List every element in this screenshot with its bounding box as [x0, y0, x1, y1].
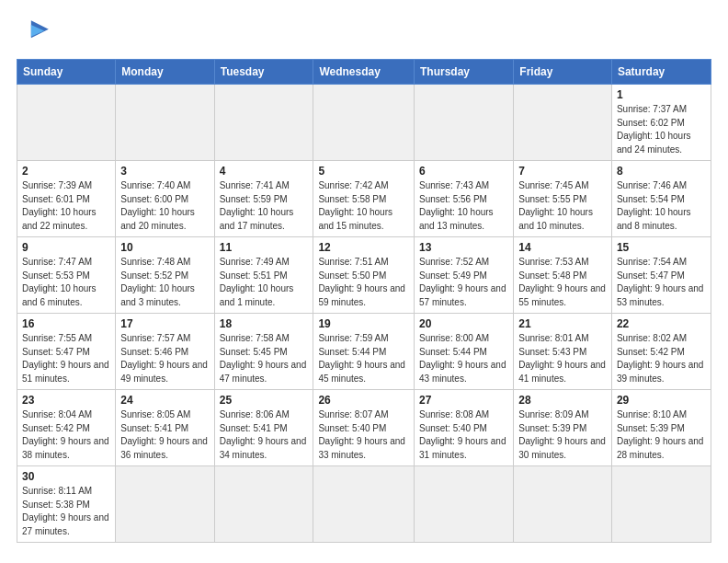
weekday-header-row: SundayMondayTuesdayWednesdayThursdayFrid…	[17, 60, 711, 85]
calendar-cell	[514, 85, 612, 161]
week-row-6: 30Sunrise: 8:11 AM Sunset: 5:38 PM Dayli…	[17, 466, 711, 543]
day-number: 29	[617, 394, 706, 407]
day-info: Sunrise: 8:04 AM Sunset: 5:42 PM Dayligh…	[22, 408, 110, 462]
calendar-cell: 26Sunrise: 8:07 AM Sunset: 5:40 PM Dayli…	[313, 390, 415, 466]
logo-icon	[17, 15, 51, 50]
weekday-header-monday: Monday	[116, 60, 214, 85]
calendar-cell: 29Sunrise: 8:10 AM Sunset: 5:39 PM Dayli…	[611, 390, 711, 466]
day-info: Sunrise: 7:42 AM Sunset: 5:58 PM Dayligh…	[318, 179, 409, 233]
calendar-cell: 13Sunrise: 7:52 AM Sunset: 5:49 PM Dayli…	[414, 237, 513, 314]
day-number: 12	[318, 241, 409, 254]
day-number: 27	[419, 394, 508, 407]
day-number: 21	[518, 317, 607, 330]
calendar-cell: 15Sunrise: 7:54 AM Sunset: 5:47 PM Dayli…	[611, 237, 711, 314]
calendar-cell: 4Sunrise: 7:41 AM Sunset: 5:59 PM Daylig…	[214, 161, 313, 237]
day-info: Sunrise: 7:49 AM Sunset: 5:51 PM Dayligh…	[220, 256, 309, 309]
day-info: Sunrise: 7:39 AM Sunset: 6:01 PM Dayligh…	[22, 179, 110, 233]
day-info: Sunrise: 8:02 AM Sunset: 5:42 PM Dayligh…	[617, 332, 706, 385]
calendar-cell	[214, 85, 313, 161]
day-number: 25	[220, 394, 309, 407]
header	[17, 15, 711, 50]
calendar-cell: 6Sunrise: 7:43 AM Sunset: 5:56 PM Daylig…	[414, 161, 513, 237]
day-info: Sunrise: 7:59 AM Sunset: 5:44 PM Dayligh…	[318, 332, 409, 385]
day-info: Sunrise: 7:46 AM Sunset: 5:54 PM Dayligh…	[617, 179, 706, 233]
day-info: Sunrise: 7:57 AM Sunset: 5:46 PM Dayligh…	[120, 332, 209, 385]
week-row-1: 1Sunrise: 7:37 AM Sunset: 6:02 PM Daylig…	[17, 85, 711, 161]
day-info: Sunrise: 7:51 AM Sunset: 5:50 PM Dayligh…	[318, 256, 409, 309]
day-info: Sunrise: 7:48 AM Sunset: 5:52 PM Dayligh…	[120, 256, 209, 309]
calendar-cell: 7Sunrise: 7:45 AM Sunset: 5:55 PM Daylig…	[514, 161, 612, 237]
day-number: 22	[617, 317, 706, 330]
calendar-cell: 24Sunrise: 8:05 AM Sunset: 5:41 PM Dayli…	[116, 390, 214, 466]
day-info: Sunrise: 8:06 AM Sunset: 5:41 PM Dayligh…	[220, 408, 309, 462]
calendar-cell	[414, 466, 513, 543]
calendar-cell: 22Sunrise: 8:02 AM Sunset: 5:42 PM Dayli…	[611, 314, 711, 390]
weekday-header-wednesday: Wednesday	[313, 60, 415, 85]
day-info: Sunrise: 7:45 AM Sunset: 5:55 PM Dayligh…	[518, 179, 607, 233]
weekday-header-sunday: Sunday	[17, 60, 116, 85]
day-info: Sunrise: 8:09 AM Sunset: 5:39 PM Dayligh…	[518, 408, 607, 462]
week-row-2: 2Sunrise: 7:39 AM Sunset: 6:01 PM Daylig…	[17, 161, 711, 237]
calendar-cell: 18Sunrise: 7:58 AM Sunset: 5:45 PM Dayli…	[214, 314, 313, 390]
day-number: 3	[120, 165, 209, 178]
day-number: 23	[22, 394, 110, 407]
day-info: Sunrise: 7:41 AM Sunset: 5:59 PM Dayligh…	[220, 179, 309, 233]
calendar-cell: 21Sunrise: 8:01 AM Sunset: 5:43 PM Dayli…	[514, 314, 612, 390]
day-info: Sunrise: 8:10 AM Sunset: 5:39 PM Dayligh…	[617, 408, 706, 462]
day-info: Sunrise: 8:07 AM Sunset: 5:40 PM Dayligh…	[318, 408, 409, 462]
calendar-cell: 5Sunrise: 7:42 AM Sunset: 5:58 PM Daylig…	[313, 161, 415, 237]
calendar-cell: 1Sunrise: 7:37 AM Sunset: 6:02 PM Daylig…	[611, 85, 711, 161]
day-info: Sunrise: 8:05 AM Sunset: 5:41 PM Dayligh…	[120, 408, 209, 462]
day-number: 16	[22, 317, 110, 330]
calendar-cell: 3Sunrise: 7:40 AM Sunset: 6:00 PM Daylig…	[116, 161, 214, 237]
day-number: 10	[120, 241, 209, 254]
day-number: 4	[220, 165, 309, 178]
calendar-cell	[116, 85, 214, 161]
week-row-4: 16Sunrise: 7:55 AM Sunset: 5:47 PM Dayli…	[17, 314, 711, 390]
calendar-cell: 25Sunrise: 8:06 AM Sunset: 5:41 PM Dayli…	[214, 390, 313, 466]
day-number: 11	[220, 241, 309, 254]
day-info: Sunrise: 7:52 AM Sunset: 5:49 PM Dayligh…	[419, 256, 508, 309]
calendar-cell	[313, 85, 415, 161]
weekday-header-friday: Friday	[514, 60, 612, 85]
calendar-cell: 20Sunrise: 8:00 AM Sunset: 5:44 PM Dayli…	[414, 314, 513, 390]
weekday-header-saturday: Saturday	[611, 60, 711, 85]
week-row-3: 9Sunrise: 7:47 AM Sunset: 5:53 PM Daylig…	[17, 237, 711, 314]
day-info: Sunrise: 8:11 AM Sunset: 5:38 PM Dayligh…	[22, 485, 110, 538]
calendar-cell: 16Sunrise: 7:55 AM Sunset: 5:47 PM Dayli…	[17, 314, 116, 390]
logo	[17, 15, 57, 50]
day-number: 8	[617, 165, 706, 178]
calendar-cell: 14Sunrise: 7:53 AM Sunset: 5:48 PM Dayli…	[514, 237, 612, 314]
calendar-cell	[414, 85, 513, 161]
day-number: 30	[22, 470, 110, 483]
day-info: Sunrise: 8:01 AM Sunset: 5:43 PM Dayligh…	[518, 332, 607, 385]
day-info: Sunrise: 7:47 AM Sunset: 5:53 PM Dayligh…	[22, 256, 110, 309]
calendar-cell	[214, 466, 313, 543]
calendar-cell: 19Sunrise: 7:59 AM Sunset: 5:44 PM Dayli…	[313, 314, 415, 390]
calendar-cell	[611, 466, 711, 543]
calendar-cell	[514, 466, 612, 543]
calendar-cell: 2Sunrise: 7:39 AM Sunset: 6:01 PM Daylig…	[17, 161, 116, 237]
calendar-cell: 27Sunrise: 8:08 AM Sunset: 5:40 PM Dayli…	[414, 390, 513, 466]
day-info: Sunrise: 8:08 AM Sunset: 5:40 PM Dayligh…	[419, 408, 508, 462]
calendar-cell: 30Sunrise: 8:11 AM Sunset: 5:38 PM Dayli…	[17, 466, 116, 543]
day-number: 7	[518, 165, 607, 178]
day-number: 19	[318, 317, 409, 330]
day-info: Sunrise: 7:40 AM Sunset: 6:00 PM Dayligh…	[120, 179, 209, 233]
calendar-cell: 23Sunrise: 8:04 AM Sunset: 5:42 PM Dayli…	[17, 390, 116, 466]
day-info: Sunrise: 7:37 AM Sunset: 6:02 PM Dayligh…	[617, 103, 706, 156]
calendar-cell: 12Sunrise: 7:51 AM Sunset: 5:50 PM Dayli…	[313, 237, 415, 314]
calendar-cell	[313, 466, 415, 543]
day-number: 24	[120, 394, 209, 407]
day-number: 18	[220, 317, 309, 330]
calendar-cell: 11Sunrise: 7:49 AM Sunset: 5:51 PM Dayli…	[214, 237, 313, 314]
day-number: 6	[419, 165, 508, 178]
day-number: 26	[318, 394, 409, 407]
week-row-5: 23Sunrise: 8:04 AM Sunset: 5:42 PM Dayli…	[17, 390, 711, 466]
calendar-cell: 9Sunrise: 7:47 AM Sunset: 5:53 PM Daylig…	[17, 237, 116, 314]
day-info: Sunrise: 8:00 AM Sunset: 5:44 PM Dayligh…	[419, 332, 508, 385]
day-number: 15	[617, 241, 706, 254]
calendar-cell	[17, 85, 116, 161]
weekday-header-tuesday: Tuesday	[214, 60, 313, 85]
day-number: 14	[518, 241, 607, 254]
